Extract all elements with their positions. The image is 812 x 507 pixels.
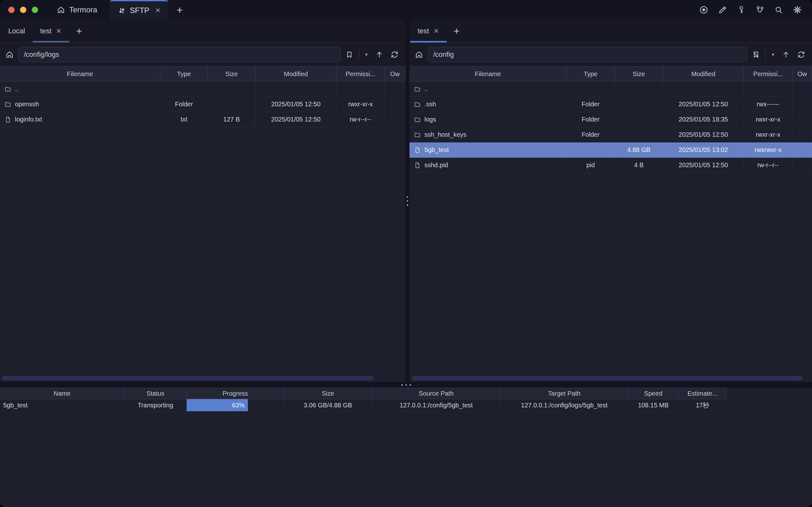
tab-termora[interactable]: Termora <box>47 0 110 20</box>
type-cell: Folder <box>160 97 208 112</box>
key-icon[interactable] <box>736 5 746 15</box>
table-row[interactable]: .. <box>410 81 812 97</box>
table-row[interactable]: openssh Folder 2025/01/05 12:50 rwxr-xr-… <box>0 97 405 112</box>
column-header-source-path[interactable]: Source Path <box>372 388 501 399</box>
home-button[interactable] <box>413 48 425 61</box>
transfer-target-path: 127.0.0.1:/config/logs/5gb_test <box>501 399 628 411</box>
zoom-window-button[interactable] <box>32 7 38 13</box>
refresh-button[interactable] <box>795 48 808 61</box>
branch-icon[interactable] <box>755 5 765 15</box>
close-tab-icon[interactable]: ✕ <box>155 7 161 14</box>
table-row[interactable]: logs Folder 2025/01/05 18:35 rwxr-xr-x <box>410 112 812 127</box>
column-header-size[interactable]: Size <box>284 388 372 399</box>
horizontal-scrollbar[interactable] <box>2 376 374 380</box>
owner-cell <box>793 143 812 158</box>
filename-label: .. <box>424 86 428 93</box>
column-header-size[interactable]: Size <box>208 66 256 81</box>
type-cell: Folder <box>566 127 615 143</box>
table-row[interactable]: .ssh Folder 2025/01/05 12:50 rwx------ <box>410 97 812 112</box>
bookmark-slash-icon[interactable] <box>750 48 762 61</box>
search-icon[interactable] <box>773 5 784 15</box>
permissions-cell: rwxr-xr-x <box>744 127 793 143</box>
tab-test-right[interactable]: test ✕ <box>410 20 447 43</box>
minimize-window-button[interactable] <box>20 7 26 13</box>
remote-pane: test ✕ + /config ▾ <box>410 20 812 382</box>
size-cell <box>208 97 256 112</box>
filename-label: ssh_host_keys <box>424 131 466 138</box>
bookmark-dropdown-caret[interactable]: ▾ <box>769 48 777 61</box>
file-icon <box>414 162 421 169</box>
modified-cell: 2025/01/05 12:50 <box>663 158 744 173</box>
column-header-owner[interactable]: Ow <box>385 66 405 81</box>
transfer-progress-cell: 63% <box>187 399 284 411</box>
edit-icon[interactable] <box>717 5 727 15</box>
column-header-permissions[interactable]: Permissi... <box>336 66 385 81</box>
column-header-estimate[interactable]: Estimate... <box>679 388 726 399</box>
new-tab-button[interactable]: + <box>447 20 467 43</box>
settings-icon[interactable] <box>792 5 803 15</box>
owner-cell <box>793 81 812 97</box>
owner-cell <box>385 97 405 112</box>
close-tab-icon[interactable]: ✕ <box>56 27 62 35</box>
horizontal-scrollbar[interactable] <box>412 376 803 380</box>
column-header-name[interactable]: Name <box>0 388 124 399</box>
column-header-type[interactable]: Type <box>566 66 615 81</box>
tab-test-right-label: test <box>418 27 429 35</box>
close-window-button[interactable] <box>8 7 15 13</box>
table-header-row: Filename Type Size Modified Permissi... … <box>410 66 812 81</box>
permissions-cell <box>744 81 793 97</box>
column-header-size[interactable]: Size <box>615 66 663 81</box>
column-header-owner[interactable]: Ow <box>793 66 812 81</box>
column-header-permissions[interactable]: Permissi... <box>744 66 793 81</box>
record-icon[interactable] <box>699 5 709 15</box>
column-header-type[interactable]: Type <box>160 66 208 81</box>
tab-test-left[interactable]: test ✕ <box>33 20 69 43</box>
owner-cell <box>385 81 405 97</box>
tab-termora-label: Termora <box>69 5 97 14</box>
folder-icon <box>4 86 11 93</box>
bookmark-button[interactable] <box>343 48 356 61</box>
column-header-modified[interactable]: Modified <box>256 66 336 81</box>
modified-cell <box>256 81 336 97</box>
tab-local[interactable]: Local <box>1 20 33 43</box>
column-header-target-path[interactable]: Target Path <box>501 388 628 399</box>
transfer-source-path: 127.0.0.1:/config/5gb_test <box>372 399 501 411</box>
filename-label: .. <box>15 86 18 93</box>
refresh-button[interactable] <box>388 48 401 61</box>
up-directory-button[interactable] <box>373 48 386 61</box>
close-tab-icon[interactable]: ✕ <box>433 27 439 35</box>
size-cell <box>615 81 663 97</box>
transfer-row[interactable]: 5gb_test Transporting 63% 3.06 GB/4.88 G… <box>0 399 726 411</box>
filename-cell: ssh_host_keys <box>410 127 566 143</box>
table-row[interactable]: ssh_host_keys Folder 2025/01/05 12:50 rw… <box>410 127 812 143</box>
transfers-splitter-handle[interactable] <box>0 382 812 388</box>
table-row[interactable]: .. <box>0 81 405 97</box>
home-icon <box>56 5 65 14</box>
table-header-row: Filename Type Size Modified Permissi... … <box>0 66 405 81</box>
new-tab-button[interactable]: + <box>69 20 89 43</box>
pane-splitter-handle[interactable] <box>405 20 410 382</box>
up-directory-button[interactable] <box>779 48 792 61</box>
column-header-filename[interactable]: Filename <box>410 66 566 81</box>
column-header-filename[interactable]: Filename <box>0 66 160 81</box>
filename-label: loginfo.txt <box>15 116 42 123</box>
column-header-status[interactable]: Status <box>124 388 187 399</box>
tab-sftp[interactable]: SFTP ✕ <box>110 0 168 20</box>
size-cell: 4 B <box>615 158 663 173</box>
path-input[interactable]: /config <box>428 47 747 62</box>
new-window-tab-button[interactable]: + <box>168 0 191 20</box>
table-row[interactable]: loginfo.txt txt 127 B 2025/01/05 12:50 r… <box>0 112 405 127</box>
type-cell: txt <box>160 112 208 127</box>
filename-cell: 5gb_test <box>410 143 566 158</box>
filename-cell: sshd.pid <box>410 158 566 173</box>
permissions-cell: rw-r--r-- <box>744 158 793 173</box>
home-button[interactable] <box>3 48 16 61</box>
bookmark-dropdown-caret[interactable]: ▾ <box>362 48 370 61</box>
column-header-modified[interactable]: Modified <box>663 66 744 81</box>
table-row-selected[interactable]: 5gb_test 4.88 GB 2025/01/05 13:02 rwxrwx… <box>410 143 812 158</box>
column-header-progress[interactable]: Progress <box>187 388 284 399</box>
local-pane-tabs: Local test ✕ + <box>0 20 405 43</box>
table-row[interactable]: sshd.pid pid 4 B 2025/01/05 12:50 rw-r--… <box>410 158 812 173</box>
column-header-speed[interactable]: Speed <box>628 388 679 399</box>
path-input[interactable]: /config/logs <box>18 47 340 62</box>
